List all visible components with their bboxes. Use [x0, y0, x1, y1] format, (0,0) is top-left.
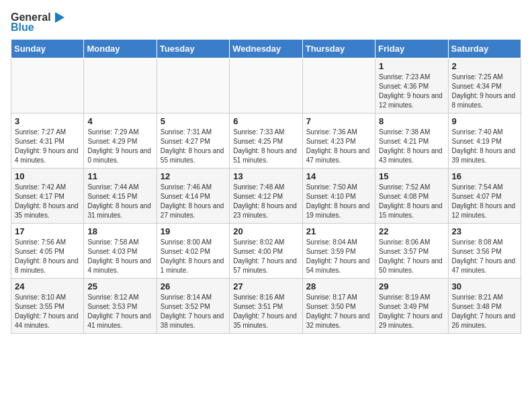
day-info: Sunrise: 8:00 AM Sunset: 4:02 PM Dayligh…	[161, 238, 226, 275]
day-info: Sunrise: 8:14 AM Sunset: 3:52 PM Dayligh…	[161, 293, 226, 330]
day-number: 23	[452, 226, 517, 236]
day-number: 17	[15, 226, 80, 236]
day-number: 26	[161, 281, 226, 291]
day-info: Sunrise: 7:36 AM Sunset: 4:23 PM Dayligh…	[306, 128, 371, 165]
day-header-tuesday: Tuesday	[157, 40, 229, 58]
day-header-saturday: Saturday	[448, 40, 521, 58]
day-number: 24	[15, 281, 80, 291]
calendar-cell	[84, 58, 157, 113]
calendar-cell: 22Sunrise: 8:06 AM Sunset: 3:57 PM Dayli…	[375, 224, 448, 279]
day-info: Sunrise: 8:08 AM Sunset: 3:56 PM Dayligh…	[452, 238, 517, 275]
calendar-week-row: 17Sunrise: 7:56 AM Sunset: 4:05 PM Dayli…	[11, 224, 521, 279]
day-info: Sunrise: 8:04 AM Sunset: 3:59 PM Dayligh…	[306, 238, 371, 275]
day-info: Sunrise: 7:40 AM Sunset: 4:19 PM Dayligh…	[452, 128, 517, 165]
calendar-cell: 9Sunrise: 7:40 AM Sunset: 4:19 PM Daylig…	[448, 113, 521, 169]
day-header-wednesday: Wednesday	[230, 40, 302, 58]
day-number: 20	[233, 226, 298, 236]
day-number: 28	[306, 281, 371, 291]
day-info: Sunrise: 7:54 AM Sunset: 4:07 PM Dayligh…	[452, 183, 517, 220]
calendar-week-row: 24Sunrise: 8:10 AM Sunset: 3:55 PM Dayli…	[11, 279, 521, 334]
calendar-week-row: 1Sunrise: 7:23 AM Sunset: 4:36 PM Daylig…	[11, 58, 521, 113]
day-info: Sunrise: 7:50 AM Sunset: 4:10 PM Dayligh…	[306, 183, 371, 220]
calendar-cell: 12Sunrise: 7:46 AM Sunset: 4:14 PM Dayli…	[157, 169, 229, 224]
calendar-cell: 29Sunrise: 8:19 AM Sunset: 3:49 PM Dayli…	[375, 279, 448, 334]
day-header-monday: Monday	[84, 40, 157, 58]
calendar-cell: 4Sunrise: 7:29 AM Sunset: 4:29 PM Daylig…	[84, 113, 157, 169]
calendar-cell: 17Sunrise: 7:56 AM Sunset: 4:05 PM Dayli…	[11, 224, 84, 279]
calendar-cell	[11, 58, 84, 113]
calendar-cell: 30Sunrise: 8:21 AM Sunset: 3:48 PM Dayli…	[448, 279, 521, 334]
day-info: Sunrise: 8:21 AM Sunset: 3:48 PM Dayligh…	[452, 293, 517, 330]
calendar-cell: 24Sunrise: 8:10 AM Sunset: 3:55 PM Dayli…	[11, 279, 84, 334]
day-number: 15	[379, 171, 444, 181]
day-number: 7	[306, 116, 371, 126]
calendar-cell: 7Sunrise: 7:36 AM Sunset: 4:23 PM Daylig…	[302, 113, 375, 169]
day-number: 16	[452, 171, 517, 181]
day-number: 3	[15, 116, 80, 126]
svg-marker-0	[55, 12, 64, 23]
day-info: Sunrise: 7:52 AM Sunset: 4:08 PM Dayligh…	[379, 183, 444, 220]
calendar-cell: 15Sunrise: 7:52 AM Sunset: 4:08 PM Dayli…	[375, 169, 448, 224]
calendar-cell: 11Sunrise: 7:44 AM Sunset: 4:15 PM Dayli…	[84, 169, 157, 224]
day-info: Sunrise: 8:06 AM Sunset: 3:57 PM Dayligh…	[379, 238, 444, 275]
day-number: 21	[306, 226, 371, 236]
day-number: 22	[379, 226, 444, 236]
day-info: Sunrise: 8:10 AM Sunset: 3:55 PM Dayligh…	[15, 293, 80, 330]
day-info: Sunrise: 8:19 AM Sunset: 3:49 PM Dayligh…	[379, 293, 444, 330]
calendar-cell: 21Sunrise: 8:04 AM Sunset: 3:59 PM Dayli…	[302, 224, 375, 279]
day-header-friday: Friday	[375, 40, 448, 58]
calendar-cell: 28Sunrise: 8:17 AM Sunset: 3:50 PM Dayli…	[302, 279, 375, 334]
calendar-week-row: 3Sunrise: 7:27 AM Sunset: 4:31 PM Daylig…	[11, 113, 521, 169]
calendar-cell: 16Sunrise: 7:54 AM Sunset: 4:07 PM Dayli…	[448, 169, 521, 224]
calendar-cell: 18Sunrise: 7:58 AM Sunset: 4:03 PM Dayli…	[84, 224, 157, 279]
day-number: 1	[379, 61, 444, 71]
day-number: 29	[379, 281, 444, 291]
day-number: 25	[87, 281, 152, 291]
day-info: Sunrise: 7:25 AM Sunset: 4:34 PM Dayligh…	[452, 73, 517, 110]
calendar-cell: 19Sunrise: 8:00 AM Sunset: 4:02 PM Dayli…	[157, 224, 229, 279]
day-number: 8	[379, 116, 444, 126]
calendar-cell: 1Sunrise: 7:23 AM Sunset: 4:36 PM Daylig…	[375, 58, 448, 113]
calendar-cell: 25Sunrise: 8:12 AM Sunset: 3:53 PM Dayli…	[84, 279, 157, 334]
day-info: Sunrise: 7:29 AM Sunset: 4:29 PM Dayligh…	[87, 128, 152, 165]
day-number: 30	[452, 281, 517, 291]
calendar-cell	[302, 58, 375, 113]
calendar-week-row: 10Sunrise: 7:42 AM Sunset: 4:17 PM Dayli…	[11, 169, 521, 224]
calendar-cell: 27Sunrise: 8:16 AM Sunset: 3:51 PM Dayli…	[230, 279, 302, 334]
day-info: Sunrise: 7:27 AM Sunset: 4:31 PM Dayligh…	[15, 128, 80, 165]
day-info: Sunrise: 7:46 AM Sunset: 4:14 PM Dayligh…	[161, 183, 226, 220]
day-number: 5	[161, 116, 226, 126]
calendar-cell: 23Sunrise: 8:08 AM Sunset: 3:56 PM Dayli…	[448, 224, 521, 279]
calendar-cell: 2Sunrise: 7:25 AM Sunset: 4:34 PM Daylig…	[448, 58, 521, 113]
day-info: Sunrise: 7:58 AM Sunset: 4:03 PM Dayligh…	[87, 238, 152, 275]
day-info: Sunrise: 8:17 AM Sunset: 3:50 PM Dayligh…	[306, 293, 371, 330]
calendar-header-row: SundayMondayTuesdayWednesdayThursdayFrid…	[11, 40, 521, 58]
day-header-sunday: Sunday	[11, 40, 84, 58]
day-number: 14	[306, 171, 371, 181]
calendar-table: SundayMondayTuesdayWednesdayThursdayFrid…	[11, 39, 521, 334]
calendar-cell: 3Sunrise: 7:27 AM Sunset: 4:31 PM Daylig…	[11, 113, 84, 169]
day-info: Sunrise: 7:44 AM Sunset: 4:15 PM Dayligh…	[87, 183, 152, 220]
calendar-cell: 13Sunrise: 7:48 AM Sunset: 4:12 PM Dayli…	[230, 169, 302, 224]
day-info: Sunrise: 7:48 AM Sunset: 4:12 PM Dayligh…	[233, 183, 298, 220]
day-number: 4	[87, 116, 152, 126]
day-number: 12	[161, 171, 226, 181]
calendar-cell: 6Sunrise: 7:33 AM Sunset: 4:25 PM Daylig…	[230, 113, 302, 169]
day-number: 19	[161, 226, 226, 236]
day-info: Sunrise: 7:42 AM Sunset: 4:17 PM Dayligh…	[15, 183, 80, 220]
calendar-cell: 14Sunrise: 7:50 AM Sunset: 4:10 PM Dayli…	[302, 169, 375, 224]
day-info: Sunrise: 7:56 AM Sunset: 4:05 PM Dayligh…	[15, 238, 80, 275]
logo-container: General Blue	[11, 11, 66, 34]
calendar-cell: 26Sunrise: 8:14 AM Sunset: 3:52 PM Dayli…	[157, 279, 229, 334]
day-number: 2	[452, 61, 517, 71]
calendar-cell	[157, 58, 229, 113]
logo: General Blue	[11, 11, 66, 34]
calendar-cell	[230, 58, 302, 113]
day-number: 11	[87, 171, 152, 181]
page-header: General Blue	[11, 11, 521, 34]
day-number: 9	[452, 116, 517, 126]
logo-blue-text: Blue	[11, 21, 34, 34]
calendar-cell: 8Sunrise: 7:38 AM Sunset: 4:21 PM Daylig…	[375, 113, 448, 169]
day-info: Sunrise: 7:31 AM Sunset: 4:27 PM Dayligh…	[161, 128, 226, 165]
calendar-cell: 5Sunrise: 7:31 AM Sunset: 4:27 PM Daylig…	[157, 113, 229, 169]
